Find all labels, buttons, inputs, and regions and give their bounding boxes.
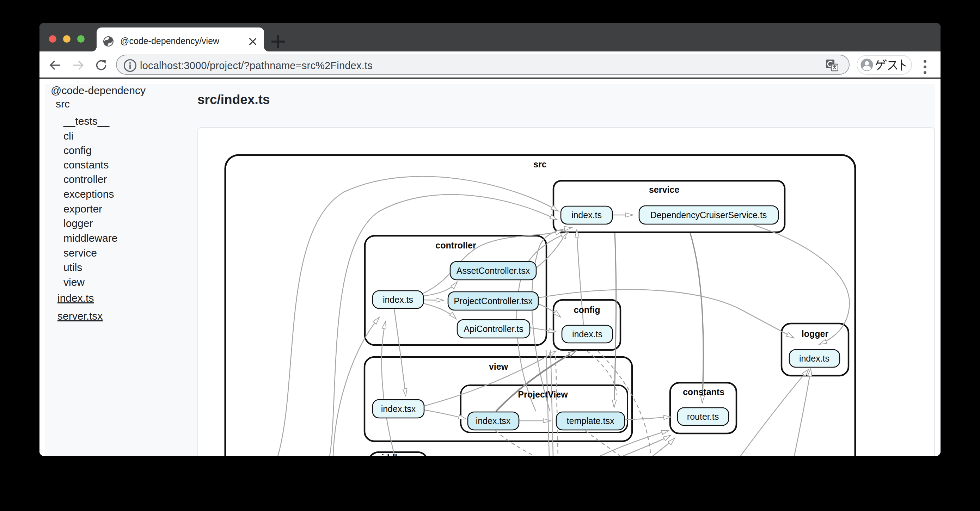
svg-text:index.ts: index.ts bbox=[571, 210, 602, 220]
svg-text:index.ts: index.ts bbox=[799, 354, 829, 363]
svg-text:index.ts: index.ts bbox=[572, 329, 603, 339]
svg-text:ProjectView: ProjectView bbox=[518, 389, 568, 399]
svg-text:router.ts: router.ts bbox=[687, 412, 719, 422]
svg-text:ApiController.ts: ApiController.ts bbox=[464, 324, 523, 334]
svg-text:view: view bbox=[489, 362, 508, 371]
svg-text:AssetController.tsx: AssetController.tsx bbox=[457, 266, 530, 276]
svg-text:config: config bbox=[574, 305, 600, 315]
svg-text:index.tsx: index.tsx bbox=[476, 416, 511, 426]
svg-text:controller: controller bbox=[435, 240, 476, 250]
svg-text:constants: constants bbox=[683, 387, 724, 397]
svg-text:ProjectController.tsx: ProjectController.tsx bbox=[454, 296, 533, 306]
svg-text:template.tsx: template.tsx bbox=[567, 416, 614, 426]
svg-text:index.ts: index.ts bbox=[383, 295, 413, 305]
svg-text:service: service bbox=[649, 185, 679, 195]
svg-text:DependencyCruiserService.ts: DependencyCruiserService.ts bbox=[651, 210, 767, 220]
svg-text:index.tsx: index.tsx bbox=[381, 404, 416, 414]
svg-text:middleware: middleware bbox=[374, 452, 422, 456]
svg-text:src: src bbox=[533, 159, 547, 169]
svg-text:logger: logger bbox=[802, 329, 829, 339]
